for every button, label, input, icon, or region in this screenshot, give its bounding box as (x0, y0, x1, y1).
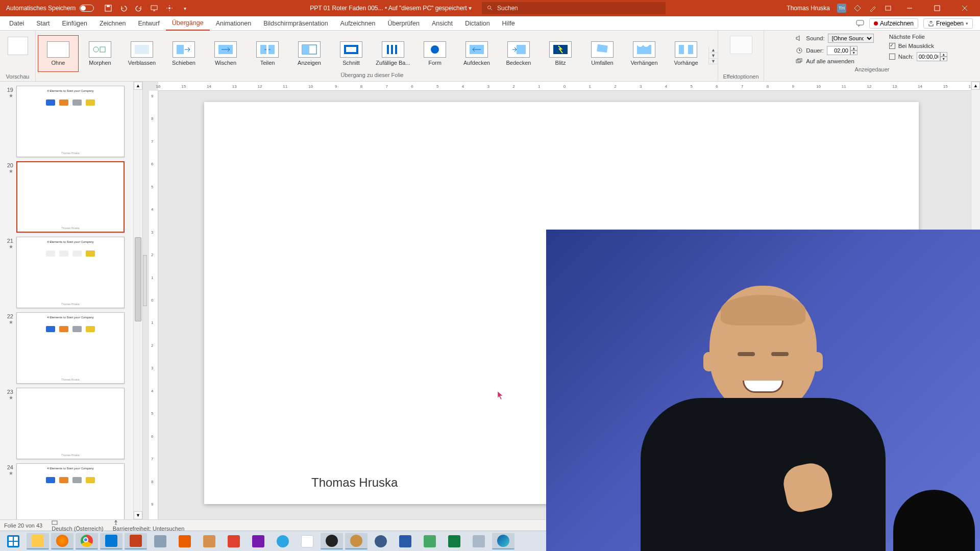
taskbar-onenote[interactable] (247, 533, 270, 549)
slide-thumbnail[interactable]: 4 Elements to Start your CompanyThomas H… (16, 86, 125, 157)
thumb-row[interactable]: 20★Thomas Hruska (0, 159, 133, 235)
taskbar-app[interactable] (468, 533, 490, 549)
toggle-switch[interactable] (80, 5, 94, 12)
taskbar-app[interactable] (345, 533, 368, 549)
transition-cut[interactable]: Schnitt (331, 35, 372, 72)
tab-slideshow[interactable]: Bildschirmpräsentation (257, 16, 334, 31)
tab-design[interactable]: Entwurf (132, 16, 165, 31)
taskbar-outlook[interactable] (100, 533, 122, 549)
transition-drape[interactable]: Verhängen (624, 35, 665, 72)
after-checkbox[interactable] (889, 54, 895, 60)
transition-wipe[interactable]: Wischen (205, 35, 246, 72)
close-button[interactable] (954, 0, 975, 16)
scroll-up-button[interactable]: ▲ (134, 82, 142, 90)
transition-cover[interactable]: Bedecken (498, 35, 539, 72)
share-button[interactable]: Freigeben▾ (923, 18, 973, 29)
gallery-more-button[interactable]: ▼ (709, 59, 718, 64)
tab-record[interactable]: Aufzeichnen (334, 16, 382, 31)
taskbar-app[interactable] (370, 533, 392, 549)
panel-scrollbar[interactable]: ▲ ▼ (133, 82, 142, 519)
apply-all-button[interactable]: Auf alle anwenden (796, 58, 873, 64)
taskbar-obs[interactable] (321, 533, 343, 549)
slide-thumbnail[interactable]: 4 Elements to Start your CompanyThomas H… (16, 463, 125, 519)
slide-thumbnail[interactable]: 4 Elements to Start your CompanyThomas H… (16, 312, 125, 384)
thumb-row[interactable]: 19★4 Elements to Start your CompanyThoma… (0, 84, 133, 159)
language-indicator[interactable]: Deutsch (Österreich) (52, 519, 103, 532)
search-box[interactable]: Suchen (482, 2, 666, 14)
after-input[interactable]: ▲▼ (917, 52, 948, 61)
vertical-ruler[interactable]: 9876543210123456789 (149, 91, 158, 519)
user-name[interactable]: Thomas Hruska (787, 5, 830, 12)
taskbar-firefox[interactable] (51, 533, 74, 549)
tab-transitions[interactable]: Übergänge (166, 16, 210, 31)
spin-down[interactable]: ▼ (850, 51, 857, 55)
thumbnails[interactable]: 19★4 Elements to Start your CompanyThoma… (0, 82, 133, 519)
editor-scroll-up[interactable]: ▲ (971, 82, 980, 90)
diamond-icon[interactable] (853, 4, 862, 12)
pen-icon[interactable] (869, 4, 877, 12)
slide-counter[interactable]: Folie 20 von 43 (4, 522, 42, 529)
thumb-row[interactable]: 21★4 Elements to Start your CompanyThoma… (0, 235, 133, 310)
onclick-checkbox[interactable] (889, 43, 895, 49)
transition-fall[interactable]: Umfallen (582, 35, 623, 72)
taskbar-app[interactable] (223, 533, 245, 549)
panel-collapse-handle[interactable] (143, 255, 147, 306)
tab-start[interactable]: Start (30, 16, 56, 31)
qat-more-icon[interactable]: ▾ (181, 4, 189, 12)
preview-button[interactable] (8, 37, 28, 55)
slide-thumbnail[interactable]: Thomas Hruska (16, 161, 125, 233)
taskbar-app[interactable] (296, 533, 318, 549)
slide-thumbnail[interactable]: Thomas Hruska (16, 388, 125, 459)
transition-random[interactable]: Zufällige Ba... (373, 35, 413, 72)
transition-push[interactable]: Schieben (163, 35, 204, 72)
taskbar-app[interactable] (198, 533, 220, 549)
autosave-toggle[interactable]: Automatisches Speichern (6, 5, 94, 12)
tab-insert[interactable]: Einfügen (56, 16, 93, 31)
save-icon[interactable] (104, 4, 112, 12)
taskbar-app[interactable] (394, 533, 416, 549)
spin-up[interactable]: ▲ (940, 52, 947, 57)
scroll-thumb[interactable] (135, 237, 141, 321)
transition-none[interactable]: Ohne (38, 35, 79, 72)
present-from-start-icon[interactable] (150, 4, 158, 12)
tab-review[interactable]: Überprüfen (381, 16, 426, 31)
comments-icon[interactable] (856, 20, 864, 27)
redo-icon[interactable] (135, 4, 143, 12)
maximize-button[interactable] (927, 0, 947, 16)
taskbar-chrome[interactable] (76, 533, 98, 549)
gallery-up-button[interactable]: ▲ (709, 47, 718, 53)
save-location[interactable]: Auf "diesem PC" gespeichert (388, 5, 467, 12)
user-avatar[interactable]: TH (837, 4, 846, 13)
transition-flash[interactable]: Blitz (540, 35, 581, 72)
undo-icon[interactable] (119, 4, 128, 12)
tab-dictation[interactable]: Dictation (459, 16, 496, 31)
taskbar-excel[interactable] (443, 533, 465, 549)
thumb-row[interactable]: 23★Thomas Hruska (0, 386, 133, 461)
accessibility-indicator[interactable]: Barrierefreiheit: Untersuchen (113, 519, 185, 532)
transition-split[interactable]: Teilen (247, 35, 288, 72)
taskbar-app[interactable] (419, 533, 441, 549)
spin-up[interactable]: ▲ (850, 46, 857, 51)
window-icon[interactable] (884, 4, 892, 12)
start-button[interactable] (2, 533, 24, 549)
taskbar-explorer[interactable] (27, 533, 49, 549)
touch-mode-icon[interactable] (165, 4, 174, 12)
sound-select[interactable]: [Ohne Sound] (828, 34, 874, 43)
taskbar-edge[interactable] (492, 533, 514, 549)
thumb-row[interactable]: 24★4 Elements to Start your CompanyThoma… (0, 461, 133, 519)
tab-draw[interactable]: Zeichnen (93, 16, 132, 31)
record-button[interactable]: Aufzeichnen (869, 18, 918, 29)
tab-help[interactable]: Hilfe (496, 16, 521, 31)
transition-shape[interactable]: Form (414, 35, 455, 72)
transition-curtains[interactable]: Vorhänge (666, 35, 706, 72)
transition-fade[interactable]: Verblassen (121, 35, 162, 72)
scroll-down-button[interactable]: ▼ (134, 511, 142, 519)
slide-thumbnail[interactable]: 4 Elements to Start your CompanyThomas H… (16, 237, 125, 308)
horizontal-ruler[interactable]: 1615141312111098765432101234567891011121… (158, 82, 971, 91)
thumb-row[interactable]: 22★4 Elements to Start your CompanyThoma… (0, 310, 133, 386)
minimize-button[interactable] (899, 0, 920, 16)
transition-uncover[interactable]: Aufdecken (456, 35, 497, 72)
transition-reveal[interactable]: Anzeigen (289, 35, 330, 72)
taskbar-telegram[interactable] (272, 533, 294, 549)
tab-file[interactable]: Datei (3, 16, 30, 31)
